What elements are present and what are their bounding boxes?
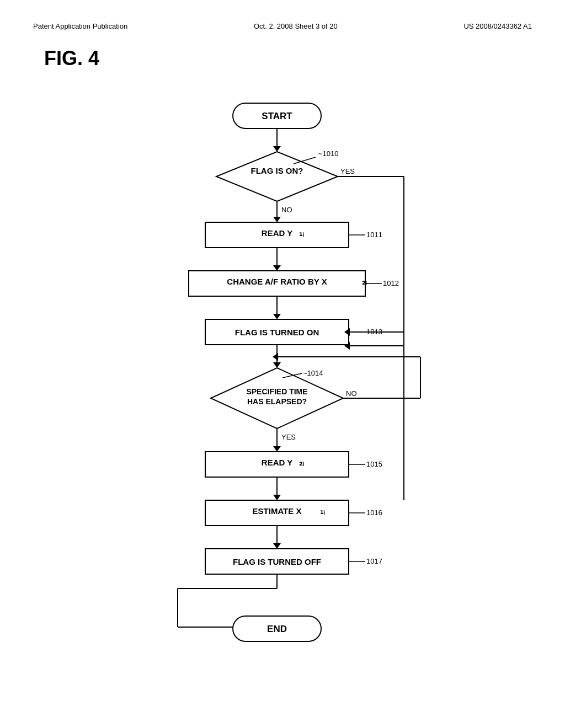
node-1014-line2: HAS ELAPSED? [247,397,307,406]
svg-marker-6 [273,217,281,222]
ref-1015: 1015 [366,460,382,468]
header-publication: Patent Application Publication [33,22,127,30]
ref-1017: 1017 [366,557,382,565]
flowchart-container: START FLAG IS ON? ~1010 YES NO [33,92,532,699]
svg-marker-3 [216,152,338,201]
end-label: END [267,624,287,634]
svg-marker-24 [273,362,281,368]
flowchart-svg: START FLAG IS ON? ~1010 YES NO [111,92,454,699]
svg-marker-34 [273,495,281,500]
page-header: Patent Application Publication Oct. 2, 2… [33,22,532,30]
svg-text:₂ᵢ: ₂ᵢ [299,458,304,467]
no-label-1010: NO [281,206,292,214]
node-1017-label: FLAG IS TURNED OFF [233,557,321,566]
ref-1011: 1011 [366,231,382,239]
svg-marker-39 [273,543,281,549]
figure-title: FIG. 4 [44,47,532,70]
node-1011-label: READ Y [262,228,292,238]
svg-marker-54 [273,353,278,361]
svg-text:₁ᵢ: ₁ᵢ [320,506,325,516]
node-1015-label: READ Y [262,458,292,467]
node-1013-label: FLAG IS TURNED ON [235,328,319,337]
node-1016-label: ESTIMATE X [253,506,302,516]
svg-marker-2 [273,146,281,152]
ref-1016: 1016 [366,508,382,517]
page: Patent Application Publication Oct. 2, 2… [0,0,565,728]
ref-1010: ~1010 [318,149,339,158]
svg-marker-29 [273,446,281,452]
yes-label-1010: YES [340,167,355,175]
svg-text:₂ᵢ: ₂ᵢ [362,277,367,286]
node-1010-label: FLAG IS ON? [251,166,303,175]
node-1014-line1: SPECIFIED TIME [246,387,307,396]
header-patent-number: US 2008/0243362 A1 [463,22,532,30]
svg-marker-15 [273,265,281,271]
start-label: START [262,111,292,121]
ref-1014: ~1014 [303,369,323,377]
ref-1012: 1012 [383,279,399,287]
no-label-1014: NO [346,389,357,398]
node-1012-label: CHANGE A/F RATIO BY X [227,277,327,286]
yes-label-1014: YES [281,433,296,441]
svg-marker-20 [273,314,281,319]
svg-text:₁ᵢ: ₁ᵢ [299,228,304,238]
header-date-sheet: Oct. 2, 2008 Sheet 3 of 20 [254,22,338,30]
